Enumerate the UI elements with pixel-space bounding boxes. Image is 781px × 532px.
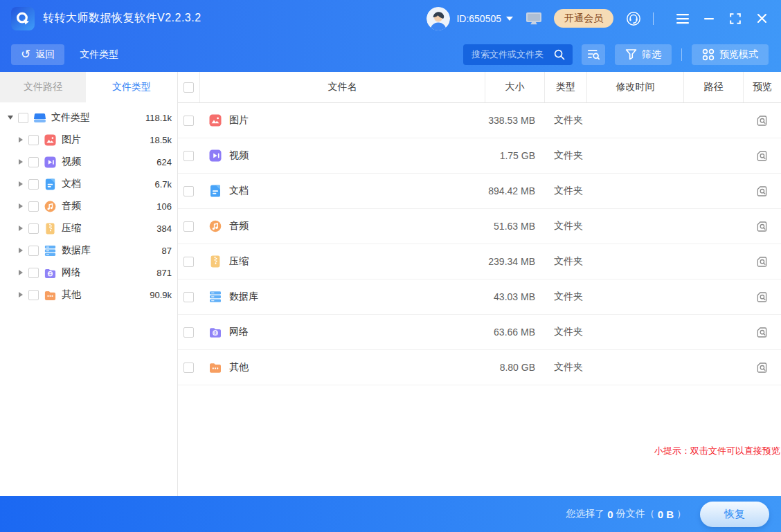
expand-arrow-icon[interactable] [19, 270, 23, 275]
row-checkbox[interactable] [183, 327, 194, 338]
network-icon [44, 266, 57, 279]
tree-checkbox[interactable] [28, 223, 39, 234]
preview-icon[interactable] [756, 221, 768, 232]
table-body: 图片338.53 MB文件夹视频1.75 GB文件夹文档894.42 MB文件夹… [178, 103, 781, 385]
preview-icon[interactable] [756, 185, 768, 197]
audio-icon [44, 200, 57, 213]
preview-icon[interactable] [756, 291, 768, 303]
row-checkbox[interactable] [183, 151, 194, 161]
file-type: 文件夹 [544, 114, 586, 127]
column-header-name[interactable]: 文件名 [199, 72, 485, 102]
table-row[interactable]: 音频51.63 MB文件夹 [178, 209, 781, 244]
table-row[interactable]: 视频1.75 GB文件夹 [178, 138, 781, 174]
tree-item[interactable]: 文档6.7k [0, 173, 177, 195]
expand-arrow-icon[interactable] [19, 203, 23, 209]
tree-item[interactable]: 文件类型118.1k [0, 107, 177, 129]
tab-file-path[interactable]: 文件路径 [0, 72, 86, 102]
maximize-icon[interactable] [727, 10, 744, 27]
tree-item-count: 871 [156, 268, 172, 278]
expand-arrow-icon[interactable] [19, 137, 23, 143]
undo-icon: ↺ [21, 48, 30, 60]
tree-checkbox[interactable] [28, 290, 39, 300]
tree-checkbox[interactable] [28, 179, 39, 190]
monitor-icon[interactable] [526, 12, 542, 26]
selection-prefix: 您选择了 [566, 508, 604, 520]
image-icon [208, 113, 222, 127]
search-icon[interactable] [553, 48, 566, 61]
preview-icon[interactable] [756, 150, 768, 162]
archive-icon [208, 255, 222, 268]
column-header-type[interactable]: 类型 [544, 72, 586, 102]
vip-button[interactable]: 开通会员 [554, 9, 613, 28]
table-header: 文件名 大小 类型 修改时间 路径 预览 [178, 72, 781, 103]
row-checkbox[interactable] [183, 116, 194, 126]
row-checkbox[interactable] [183, 363, 194, 373]
file-size: 894.42 MB [485, 185, 544, 196]
tree-checkbox[interactable] [28, 157, 39, 167]
table-row[interactable]: 其他8.80 GB文件夹 [178, 350, 781, 385]
filter-button[interactable]: 筛选 [615, 44, 672, 65]
tree-item-label: 数据库 [62, 244, 91, 257]
preview-icon[interactable] [756, 327, 768, 338]
column-header-modified[interactable]: 修改时间 [586, 72, 683, 102]
collapse-arrow-icon[interactable] [8, 116, 13, 120]
tree-item[interactable]: 图片18.5k [0, 129, 177, 151]
table-row[interactable]: 压缩239.34 MB文件夹 [178, 244, 781, 279]
image-icon [44, 134, 57, 147]
preview-icon[interactable] [756, 256, 768, 268]
category-all-icon [33, 111, 46, 125]
tree-item[interactable]: 其他90.9k [0, 284, 177, 306]
expand-arrow-icon[interactable] [19, 226, 23, 231]
select-all-checkbox[interactable] [183, 82, 194, 93]
tree-checkbox[interactable] [28, 268, 39, 278]
tree-item-count: 118.1k [145, 113, 172, 123]
sidebar-tabs: 文件路径 文件类型 [0, 72, 177, 102]
tree-item-label: 图片 [62, 134, 81, 146]
close-icon[interactable] [753, 10, 770, 27]
back-button[interactable]: ↺ 返回 [11, 44, 64, 65]
row-checkbox[interactable] [183, 292, 194, 302]
tree-checkbox[interactable] [28, 135, 39, 145]
tree-item[interactable]: 压缩384 [0, 217, 177, 239]
tree-item[interactable]: 数据库87 [0, 239, 177, 262]
table-row[interactable]: 网络63.66 MB文件夹 [178, 315, 781, 350]
minimize-icon[interactable] [701, 10, 717, 27]
tab-file-type[interactable]: 文件类型 [86, 72, 177, 102]
table-row[interactable]: 文档894.42 MB文件夹 [178, 174, 781, 209]
tree-item[interactable]: 音频106 [0, 195, 177, 217]
preview-icon[interactable] [756, 115, 768, 127]
row-checkbox[interactable] [183, 221, 194, 232]
avatar[interactable] [427, 7, 450, 30]
search-input[interactable] [470, 48, 553, 60]
tree-item[interactable]: 视频624 [0, 151, 177, 173]
tree-item-label: 视频 [62, 156, 81, 168]
user-id-menu[interactable]: ID:650505 [456, 13, 513, 24]
row-checkbox[interactable] [183, 186, 194, 196]
expand-arrow-icon[interactable] [19, 248, 23, 253]
menu-icon[interactable] [674, 10, 691, 27]
tree-item-count: 18.5k [150, 135, 172, 145]
tree-checkbox[interactable] [18, 113, 28, 123]
table-row[interactable]: 数据库43.03 MB文件夹 [178, 279, 781, 315]
column-header-preview[interactable]: 预览 [743, 72, 781, 102]
column-header-size[interactable]: 大小 [485, 72, 544, 102]
audio-icon [208, 219, 222, 233]
table-row[interactable]: 图片338.53 MB文件夹 [178, 103, 781, 138]
expand-arrow-icon[interactable] [19, 181, 23, 187]
file-type: 文件夹 [544, 291, 586, 303]
expand-arrow-icon[interactable] [19, 292, 23, 297]
column-header-path[interactable]: 路径 [683, 72, 743, 102]
tree-item[interactable]: 网络871 [0, 262, 177, 284]
tree-checkbox[interactable] [28, 246, 39, 256]
list-search-icon[interactable] [582, 44, 605, 65]
preview-mode-button[interactable]: 预览模式 [692, 44, 769, 65]
file-name: 音频 [229, 220, 249, 232]
recover-button[interactable]: 恢复 [700, 502, 769, 527]
preview-icon[interactable] [756, 362, 768, 374]
file-size: 43.03 MB [485, 291, 544, 302]
expand-arrow-icon[interactable] [19, 159, 23, 165]
tree-checkbox[interactable] [28, 201, 39, 212]
row-checkbox[interactable] [183, 257, 194, 267]
headset-icon[interactable] [625, 10, 642, 27]
video-icon [44, 156, 57, 169]
